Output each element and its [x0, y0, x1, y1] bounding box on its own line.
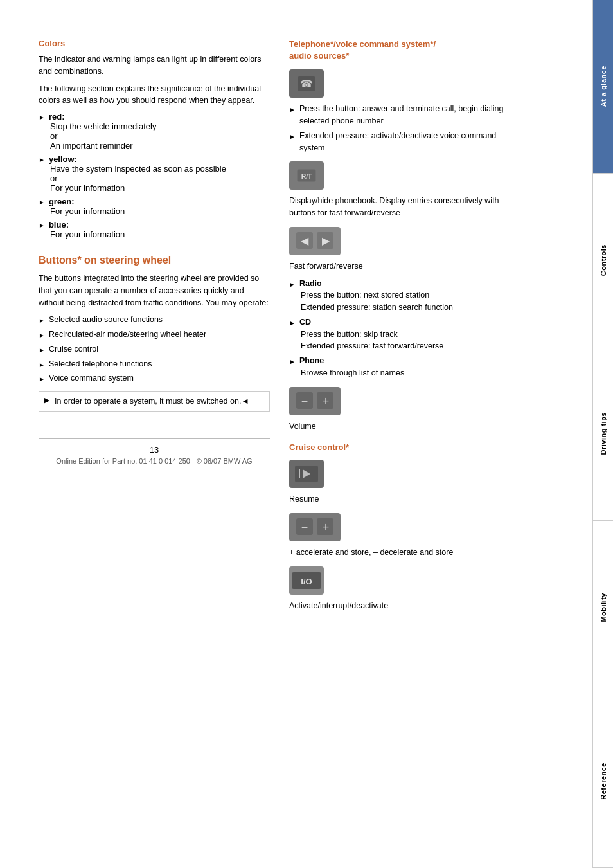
- left-column: Colors The indicator and warning lamps c…: [39, 39, 270, 842]
- volume-button-icon: − +: [289, 387, 341, 415]
- svg-text:◀: ◀: [301, 235, 309, 246]
- io-svg: I/O: [290, 571, 323, 590]
- ff-phone-sub1: Browse through list of names: [301, 367, 404, 379]
- tel-bullet-arrow-1: ►: [289, 105, 296, 114]
- color-yellow-line1: Have the system inspected as soon as pos…: [50, 164, 270, 174]
- buttons-item-2: ► Recirculated-air mode/steering wheel h…: [39, 329, 270, 341]
- bullet-arrow-yellow: ►: [39, 156, 45, 163]
- color-green-label: green:: [49, 197, 75, 206]
- tel-bullet-1-text: Press the button: answer and terminate c…: [299, 103, 520, 127]
- buttons-item-4: ► Selected telephone functions: [39, 358, 270, 370]
- color-red-line2: An important reminder: [50, 141, 270, 150]
- tel-bullet-2-text: Extended pressure: activate/deactivate v…: [299, 130, 520, 154]
- buttons-item-5-text: Voice command system: [49, 372, 134, 384]
- ff-cd-sub2: Extended pressure: fast forward/reverse: [301, 340, 443, 352]
- rt-desc: Display/hide phonebook. Display entries …: [289, 195, 520, 219]
- svg-text:R/T: R/T: [301, 173, 312, 180]
- tel-bullet-1: ► Press the button: answer and terminate…: [289, 103, 520, 127]
- note-arrow-icon: ▶: [44, 396, 49, 404]
- ff-item-phone: ► Phone Browse through list of names: [289, 355, 520, 379]
- color-yellow-sub: Have the system inspected as soon as pos…: [50, 164, 270, 193]
- bullet-icon-2: ►: [39, 330, 45, 340]
- bullet-icon-1: ►: [39, 316, 45, 325]
- rt-button-icon: R/T: [289, 161, 324, 190]
- sidebar-driving-tips[interactable]: Driving tips: [593, 347, 613, 521]
- accel-button-icon: − +: [289, 513, 341, 541]
- buttons-item-4-text: Selected telephone functions: [49, 358, 152, 370]
- ff-cd-label: CD: [299, 316, 311, 329]
- main-content: Colors The indicator and warning lamps c…: [0, 0, 592, 868]
- buttons-item-1: ► Selected audio source functions: [39, 314, 270, 326]
- telephone-bullets: ► Press the button: answer and terminate…: [289, 103, 520, 154]
- colors-intro2: The following section explains the signi…: [39, 83, 270, 107]
- ff-cd-sub: Press the button: skip track Extended pr…: [301, 329, 443, 353]
- color-yellow-label: yellow:: [49, 154, 77, 164]
- ff-radio-sub2: Extended pressure: station search functi…: [301, 302, 453, 314]
- svg-text:−: −: [301, 395, 308, 408]
- buttons-item-2-text: Recirculated-air mode/steering wheel hea…: [49, 329, 206, 341]
- color-green-sub: For your information: [50, 206, 270, 216]
- colors-title: Colors: [39, 39, 270, 48]
- color-yellow-line2: For your information: [50, 183, 270, 193]
- sidebar-reference[interactable]: Reference: [593, 694, 613, 868]
- buttons-list: ► Selected audio source functions ► Reci…: [39, 314, 270, 384]
- bullet-arrow-red: ►: [39, 114, 45, 121]
- tel-bullet-2: ► Extended pressure: activate/deactivate…: [289, 130, 520, 154]
- buttons-item-3-text: Cruise control: [49, 343, 98, 356]
- cruise-section: Cruise control* Resume −: [289, 442, 520, 611]
- bullet-icon-5: ►: [39, 374, 45, 384]
- telephone-section: Telephone*/voice command system*/audio s…: [289, 39, 520, 432]
- ff-phone-sub: Browse through list of names: [301, 367, 404, 379]
- ff-radio-arrow: ►: [289, 280, 296, 289]
- cruise-title: Cruise control*: [289, 442, 520, 452]
- vol-svg: − +: [296, 392, 334, 411]
- note-text: In order to operate a system, it must be…: [55, 395, 249, 408]
- right-column: Telephone*/voice command system*/audio s…: [289, 39, 520, 842]
- resume-label: Resume: [289, 493, 520, 505]
- color-item-blue: ► blue: For your information: [39, 220, 270, 239]
- ff-radio-sub1: Press the button: next stored station: [301, 289, 453, 302]
- color-item-yellow: ► yellow: Have the system inspected as s…: [39, 154, 270, 193]
- color-red-label: red:: [49, 112, 65, 122]
- color-blue-label: blue:: [49, 220, 69, 230]
- bullet-arrow-green: ►: [39, 199, 45, 206]
- sidebar-mobility[interactable]: Mobility: [593, 521, 613, 694]
- ff-item-radio: ► Radio Press the button: next stored st…: [289, 278, 520, 314]
- buttons-intro: The buttons integrated into the steering…: [39, 273, 270, 309]
- ff-svg: ◀ ▶: [296, 231, 334, 251]
- footer-text: Online Edition for Part no. 01 41 0 014 …: [39, 457, 270, 465]
- buttons-item-5: ► Voice command system: [39, 372, 270, 384]
- sidebar-reference-label: Reference: [600, 763, 607, 800]
- io-label: Activate/interrupt/deactivate: [289, 600, 520, 612]
- svg-text:▶: ▶: [322, 235, 330, 246]
- color-red-or1: or: [50, 131, 270, 141]
- page-footer: 13 Online Edition for Part no. 01 41 0 0…: [39, 438, 270, 465]
- ff-radio-sub: Press the button: next stored station Ex…: [301, 289, 453, 314]
- ff-phone-label: Phone: [299, 355, 324, 367]
- buttons-item-3: ► Cruise control: [39, 343, 270, 356]
- colors-section: Colors The indicator and warning lamps c…: [39, 39, 270, 239]
- volume-label: Volume: [289, 420, 520, 433]
- tel-bullet-arrow-2: ►: [289, 132, 296, 141]
- bullet-arrow-blue: ►: [39, 222, 45, 229]
- page-container: Colors The indicator and warning lamps c…: [0, 0, 613, 868]
- buttons-item-1-text: Selected audio source functions: [49, 314, 163, 326]
- color-item-red: ► red: Stop the vehicle immediately or A…: [39, 112, 270, 150]
- svg-text:+: +: [323, 395, 330, 408]
- sidebar-controls[interactable]: Controls: [593, 174, 613, 347]
- svg-text:I/O: I/O: [301, 577, 312, 586]
- ff-label: Fast forward/reverse: [289, 260, 520, 273]
- sidebar-controls-label: Controls: [600, 244, 607, 276]
- io-button-icon: I/O: [289, 566, 324, 595]
- resume-button-icon: [289, 460, 324, 488]
- rt-svg: R/T: [296, 167, 317, 185]
- color-blue-sub: For your information: [50, 230, 270, 239]
- sidebar: At a glance Controls Driving tips Mobili…: [592, 0, 613, 868]
- color-blue-line1: For your information: [50, 230, 270, 239]
- colors-intro1: The indicator and warning lamps can ligh…: [39, 53, 270, 78]
- note-box: ▶ In order to operate a system, it must …: [39, 391, 270, 412]
- sidebar-at-a-glance[interactable]: At a glance: [593, 0, 613, 174]
- phone-button-icon: ☎: [289, 69, 324, 98]
- ff-item-cd: ► CD Press the button: skip track Extend…: [289, 316, 520, 352]
- bullet-icon-4: ►: [39, 360, 45, 370]
